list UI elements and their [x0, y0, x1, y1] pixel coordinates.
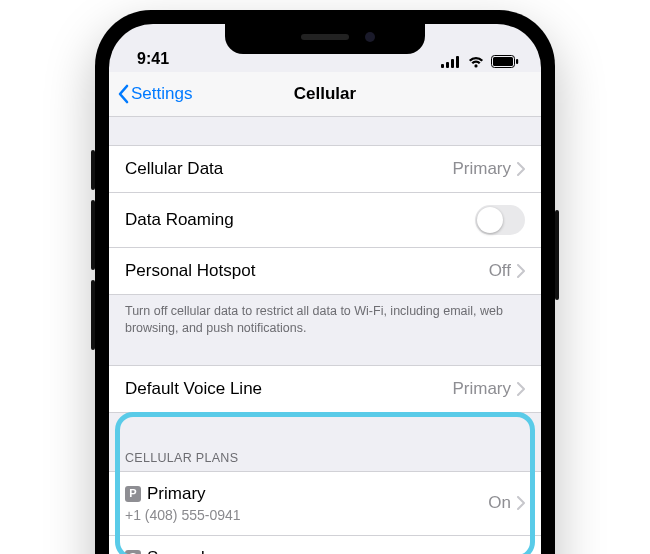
status-right: [441, 55, 519, 68]
plan-name: Primary: [147, 484, 206, 504]
plan-badge-icon: S: [125, 550, 141, 554]
section-header-cellular-plans: CELLULAR PLANS: [109, 447, 541, 471]
plan-name: Secondary: [147, 548, 228, 554]
plan-state: On: [488, 493, 511, 513]
wifi-icon: [467, 55, 485, 68]
row-label: Default Voice Line: [125, 379, 262, 399]
stage: 9:41: [0, 0, 650, 554]
row-data-roaming: Data Roaming: [109, 193, 541, 248]
battery-icon: [491, 55, 519, 68]
svg-rect-6: [516, 59, 518, 64]
row-plan-primary[interactable]: P Primary +1 (408) 555-0941 On: [109, 471, 541, 536]
volume-up-button: [91, 200, 95, 270]
chevron-right-icon: [517, 162, 525, 176]
row-cellular-data[interactable]: Cellular Data Primary: [109, 145, 541, 193]
phone-frame: 9:41: [95, 10, 555, 554]
front-camera: [365, 32, 375, 42]
chevron-left-icon: [117, 84, 129, 104]
group-gap: [109, 337, 541, 365]
data-roaming-toggle[interactable]: [475, 205, 525, 235]
svg-rect-2: [451, 59, 454, 68]
nav-bar: Settings Cellular: [109, 72, 541, 117]
signal-icon: [441, 56, 461, 68]
group-gap: [109, 117, 541, 145]
row-default-voice-line[interactable]: Default Voice Line Primary: [109, 365, 541, 413]
svg-rect-1: [446, 62, 449, 68]
svg-rect-5: [493, 57, 513, 66]
speaker: [301, 34, 349, 40]
plan-number: +1 (408) 555-0941: [125, 507, 241, 523]
row-personal-hotspot[interactable]: Personal Hotspot Off: [109, 248, 541, 295]
back-label: Settings: [131, 84, 192, 104]
row-plan-secondary[interactable]: S Secondary +1 (408) 555-0942 On: [109, 536, 541, 554]
group-gap: [109, 413, 541, 447]
plan-badge-icon: P: [125, 486, 141, 502]
mute-switch: [91, 150, 95, 190]
back-button[interactable]: Settings: [117, 84, 192, 104]
row-label: Data Roaming: [125, 210, 234, 230]
status-time: 9:41: [137, 50, 169, 68]
chevron-right-icon: [517, 264, 525, 278]
chevron-right-icon: [517, 382, 525, 396]
page-title: Cellular: [294, 84, 356, 104]
toggle-knob: [477, 207, 503, 233]
chevron-right-icon: [517, 496, 525, 510]
row-value: Off: [489, 261, 511, 281]
svg-rect-0: [441, 64, 444, 68]
row-label: Personal Hotspot: [125, 261, 255, 281]
svg-rect-3: [456, 56, 459, 68]
notch: [225, 24, 425, 54]
row-label: Cellular Data: [125, 159, 223, 179]
screen: 9:41: [109, 24, 541, 554]
row-value: Primary: [452, 379, 511, 399]
section-footer: Turn off cellular data to restrict all d…: [109, 295, 541, 337]
volume-down-button: [91, 280, 95, 350]
power-button: [555, 210, 559, 300]
row-value: Primary: [452, 159, 511, 179]
